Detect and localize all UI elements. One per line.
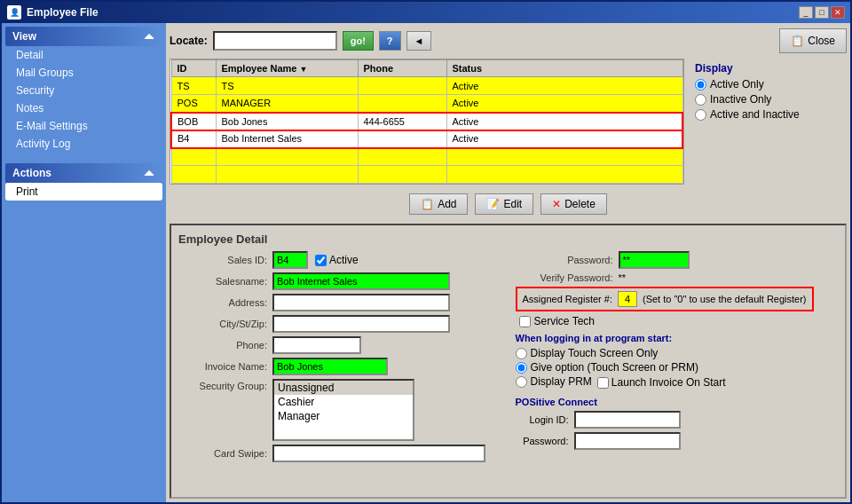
employee-file-window: 👤 Employee File _ □ ✕ View ⏶ Detail Mail…	[0, 0, 852, 504]
salesname-label: Salesname:	[178, 276, 267, 287]
radio-display-prm-input[interactable]	[516, 376, 527, 388]
invoice-name-input[interactable]	[272, 358, 388, 375]
cell-phone	[358, 166, 446, 184]
radio-active-only-input[interactable]	[695, 79, 706, 91]
phone-input[interactable]	[272, 336, 361, 354]
edit-button[interactable]: 📝 Edit	[475, 193, 533, 215]
close-button[interactable]: 📋 Close	[779, 28, 847, 53]
table-row[interactable]: B4 Bob Internet Sales Active	[171, 130, 682, 148]
radio-active-inactive-input[interactable]	[695, 109, 706, 121]
positive-password-label: Password:	[516, 436, 569, 446]
delete-icon: ✕	[552, 198, 561, 210]
launch-invoice-text: Launch Invoice On Start	[611, 376, 726, 389]
active-checkbox[interactable]	[315, 255, 327, 266]
radio-active-inactive[interactable]: Active and Inactive	[695, 108, 843, 121]
security-group-row: Security Group: Unassigned Cashier Manag…	[178, 379, 501, 441]
radio-give-option-label: Give option (Touch Screen or PRM)	[531, 361, 698, 374]
sidebar-item-mail-groups[interactable]: Mail Groups	[5, 64, 162, 82]
radio-inactive-only[interactable]: Inactive Only	[695, 93, 843, 106]
login-label: When logging in at program start:	[516, 333, 839, 343]
cell-id: B4	[171, 130, 216, 148]
address-input[interactable]	[272, 294, 450, 311]
city-input[interactable]	[272, 315, 450, 333]
radio-active-only[interactable]: Active Only	[695, 78, 843, 91]
sidebar: View ⏶ Detail Mail Groups Security Notes…	[2, 23, 166, 502]
radio-inactive-only-input[interactable]	[695, 94, 706, 106]
view-label: View	[12, 30, 36, 43]
go-button[interactable]: go!	[343, 31, 374, 51]
sales-id-input[interactable]	[272, 251, 308, 269]
radio-touch-screen-only-input[interactable]	[516, 348, 527, 359]
security-group-item-unassigned[interactable]: Unassigned	[274, 381, 413, 395]
sidebar-item-security[interactable]: Security	[5, 82, 162, 99]
sidebar-item-print[interactable]: Print	[5, 183, 162, 201]
active-label: Active	[329, 254, 359, 266]
service-tech-label[interactable]: Service Tech	[519, 315, 595, 327]
launch-invoice-checkbox[interactable]	[597, 377, 609, 389]
password-row: Password:	[516, 251, 839, 269]
service-tech-checkbox[interactable]	[519, 316, 531, 327]
positive-login-input[interactable]	[574, 411, 681, 429]
radio-give-option[interactable]: Give option (Touch Screen or PRM)	[516, 361, 839, 374]
cell-id: TS	[171, 77, 216, 95]
security-group-item-cashier[interactable]: Cashier	[274, 395, 413, 409]
title-controls: _ □ ✕	[799, 6, 845, 19]
table-row[interactable]: BOB Bob Jones 444-6655 Active	[171, 113, 682, 130]
radio-inactive-only-label: Inactive Only	[710, 93, 771, 106]
radio-display-prm[interactable]: Display PRM	[516, 375, 592, 388]
display-label: Display	[695, 62, 843, 75]
invoice-name-row: Invoice Name:	[178, 358, 501, 375]
maximize-button[interactable]: □	[815, 6, 829, 19]
sales-id-row: Sales ID: Active	[178, 251, 501, 269]
sidebar-item-notes[interactable]: Notes	[5, 99, 162, 117]
cell-name: Bob Internet Sales	[216, 130, 358, 148]
add-button[interactable]: 📋 Add	[409, 193, 468, 215]
cell-name: Bob Jones	[216, 113, 358, 130]
active-checkbox-label[interactable]: Active	[315, 254, 359, 266]
security-group-list[interactable]: Unassigned Cashier Manager	[272, 379, 414, 441]
sidebar-item-email-settings[interactable]: E-Mail Settings	[5, 117, 162, 135]
sidebar-item-activity-log[interactable]: Activity Log	[5, 135, 162, 153]
radio-give-option-input[interactable]	[516, 362, 527, 374]
view-header[interactable]: View ⏶	[5, 27, 162, 46]
table-row[interactable]: POS MANAGER Active	[171, 95, 682, 113]
main-content: Locate: go! ? ◄ 📋 Close	[166, 23, 850, 502]
card-swipe-input[interactable]	[272, 445, 485, 462]
cell-status: Active	[446, 130, 682, 148]
verify-password-value: **	[619, 272, 627, 283]
salesname-input[interactable]	[272, 272, 450, 290]
actions-label: Actions	[12, 167, 51, 179]
detail-left: Sales ID: Active Salesname:	[178, 251, 501, 466]
table-row[interactable]	[171, 166, 682, 184]
edit-icon: 📝	[486, 198, 500, 210]
radio-touch-screen-only[interactable]: Display Touch Screen Only	[516, 347, 839, 359]
detail-body: Sales ID: Active Salesname:	[178, 251, 838, 466]
login-section: When logging in at program start: Displa…	[516, 333, 839, 390]
display-prm-row: Display PRM Launch Invoice On Start	[516, 375, 839, 390]
view-chevron-icon: ⏶	[143, 29, 155, 43]
positive-password-input[interactable]	[574, 432, 681, 450]
employee-table-container: ID Employee Name ▼ Phone Status TS TS	[170, 59, 684, 185]
radio-touch-screen-only-label: Display Touch Screen Only	[531, 347, 659, 359]
table-row[interactable]	[171, 148, 682, 166]
table-row[interactable]: TS TS Active	[171, 77, 682, 95]
city-label: City/St/Zip:	[178, 319, 267, 329]
add-icon: 📋	[421, 198, 434, 210]
window-icon: 👤	[7, 5, 21, 20]
sidebar-item-detail[interactable]: Detail	[5, 46, 162, 64]
help-button[interactable]: ?	[379, 31, 401, 51]
cell-phone	[358, 130, 446, 148]
security-group-item-manager[interactable]: Manager	[274, 409, 413, 423]
cell-phone	[358, 95, 446, 113]
minimize-button[interactable]: _	[799, 6, 813, 19]
launch-invoice-label[interactable]: Launch Invoice On Start	[597, 376, 726, 389]
close-label: Close	[808, 35, 835, 47]
back-button[interactable]: ◄	[406, 31, 432, 51]
close-window-button[interactable]: ✕	[831, 6, 845, 19]
table-display-row: ID Employee Name ▼ Phone Status TS TS	[170, 59, 847, 185]
locate-input[interactable]	[213, 31, 337, 51]
actions-header[interactable]: Actions ⏶	[5, 163, 162, 183]
password-input[interactable]	[619, 251, 690, 269]
cell-status: Active	[446, 113, 682, 130]
delete-button[interactable]: ✕ Delete	[540, 193, 607, 215]
